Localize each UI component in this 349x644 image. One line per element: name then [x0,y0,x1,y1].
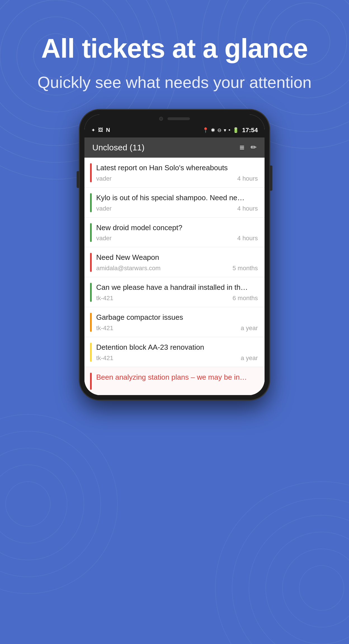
ticket-title: Need New Weapon [96,253,258,262]
status-time: 17:54 [242,127,258,134]
ticket-author: amidala@starwars.com [96,265,161,272]
svg-point-21 [249,515,349,644]
ticket-content: New droid model concept? vader 4 hours [96,223,258,242]
ticket-time: a year [241,354,258,362]
ticket-content: Kylo is out of his special shampoo. Need… [96,193,258,212]
status-bar-left: ✦ 🖼 N [91,127,110,133]
ticket-title: Kylo is out of his special shampoo. Need… [96,193,258,203]
priority-indicator [90,283,92,302]
ticket-title-urgent: Been analyzing station plans – we may be… [96,373,258,382]
list-item[interactable]: Kylo is out of his special shampoo. Need… [84,188,265,218]
camera-dot [159,117,163,121]
ticket-time: a year [241,325,258,332]
ticket-meta: tk-421 a year [96,325,258,332]
list-item[interactable]: Can we please have a handrail installed … [84,277,265,307]
ticket-author: tk-421 [96,325,113,332]
n-notification-icon: N [106,127,110,133]
svg-point-19 [282,549,349,627]
priority-indicator [90,163,92,182]
ticket-content: Been analyzing station plans – we may be… [96,373,258,390]
priority-indicator [90,193,92,212]
ticket-title: Detention block AA-23 renovation [96,343,258,352]
svg-point-15 [0,448,84,560]
ticket-content: Can we please have a handrail installed … [96,283,258,302]
ticket-author: vader [96,235,112,242]
svg-point-17 [0,414,117,594]
ticket-content: Detention block AA-23 renovation tk-421 … [96,343,258,362]
list-item[interactable]: Latest report on Han Solo's whereabouts … [84,158,265,188]
ticket-content: Need New Weapon amidala@starwars.com 5 m… [96,253,258,272]
ticket-meta: vader 4 hours [96,205,258,212]
ticket-time: 4 hours [237,205,258,212]
ticket-time: 4 hours [237,235,258,242]
ticket-author: tk-421 [96,295,113,302]
phone-mockup: ✦ 🖼 N 📍 ✱ ⊖ ▾ ▪ 🔋 17:54 Unclosed (11) [0,109,349,400]
svg-point-18 [299,566,344,610]
status-bar: ✦ 🖼 N 📍 ✱ ⊖ ▾ ▪ 🔋 17:54 [84,123,265,137]
list-item[interactable]: Need New Weapon amidala@starwars.com 5 m… [84,247,265,277]
priority-indicator [90,343,92,362]
svg-point-22 [232,498,349,644]
ticket-meta: vader 4 hours [96,235,258,242]
ticket-meta: vader 4 hours [96,175,258,182]
priority-indicator [90,253,92,272]
list-item[interactable]: Detention block AA-23 renovation tk-421 … [84,337,265,367]
header-area: All tickets at a glance Quickly see what… [0,0,349,109]
battery-icon: 🔋 [233,127,239,133]
ticket-author: vader [96,175,112,182]
phone-screen: ✦ 🖼 N 📍 ✱ ⊖ ▾ ▪ 🔋 17:54 Unclosed (11) [84,115,265,395]
ticket-title: Latest report on Han Solo's whereabouts [96,163,258,173]
ticket-author: tk-421 [96,354,113,362]
svg-point-20 [266,532,349,644]
list-item[interactable]: Garbage compactor issues tk-421 a year [84,307,265,337]
page-title: All tickets at a glance [0,34,349,63]
image-notification-icon: 🖼 [98,127,103,133]
list-item[interactable]: New droid model concept? vader 4 hours [84,218,265,248]
svg-point-14 [0,465,67,543]
svg-point-23 [215,482,349,644]
ticket-title: New droid model concept? [96,223,258,233]
ticket-meta: amidala@starwars.com 5 months [96,265,258,272]
ticket-time: 4 hours [237,175,258,182]
ticket-time: 6 months [233,295,258,302]
signal-icon: ▪ [228,127,230,133]
priority-indicator [90,313,92,332]
app-notification-icon: ✦ [91,127,95,133]
ticket-content: Garbage compactor issues tk-421 a year [96,313,258,332]
dnd-icon: ⊖ [217,127,221,133]
toolbar-actions: ≡ ✏ [239,143,257,152]
bluetooth-icon: ✱ [211,127,215,133]
ticket-title: Garbage compactor issues [96,313,258,322]
list-item[interactable]: Been analyzing station plans – we may be… [84,367,265,395]
ticket-meta: tk-421 6 months [96,295,258,302]
priority-indicator [90,223,92,242]
priority-indicator [90,373,92,390]
ticket-title: Can we please have a handrail installed … [96,283,258,292]
ticket-time: 5 months [233,265,258,272]
wifi-icon: ▾ [224,127,226,133]
ticket-list: Latest report on Han Solo's whereabouts … [84,158,265,395]
ticket-meta: tk-421 a year [96,354,258,362]
ticket-content: Latest report on Han Solo's whereabouts … [96,163,258,182]
ticket-author: vader [96,205,112,212]
page-subtitle: Quickly see what needs your attention [0,72,349,93]
phone-outer-shell: ✦ 🖼 N 📍 ✱ ⊖ ▾ ▪ 🔋 17:54 Unclosed (11) [79,109,270,400]
edit-button[interactable]: ✏ [251,143,257,152]
status-bar-right: 📍 ✱ ⊖ ▾ ▪ 🔋 17:54 [202,127,258,134]
app-toolbar: Unclosed (11) ≡ ✏ [84,137,265,158]
speaker-grille [168,117,190,120]
phone-top-bar [84,115,265,123]
toolbar-title: Unclosed (11) [92,143,145,152]
location-icon: 📍 [202,127,209,133]
svg-point-13 [6,482,50,526]
menu-button[interactable]: ≡ [239,143,244,152]
